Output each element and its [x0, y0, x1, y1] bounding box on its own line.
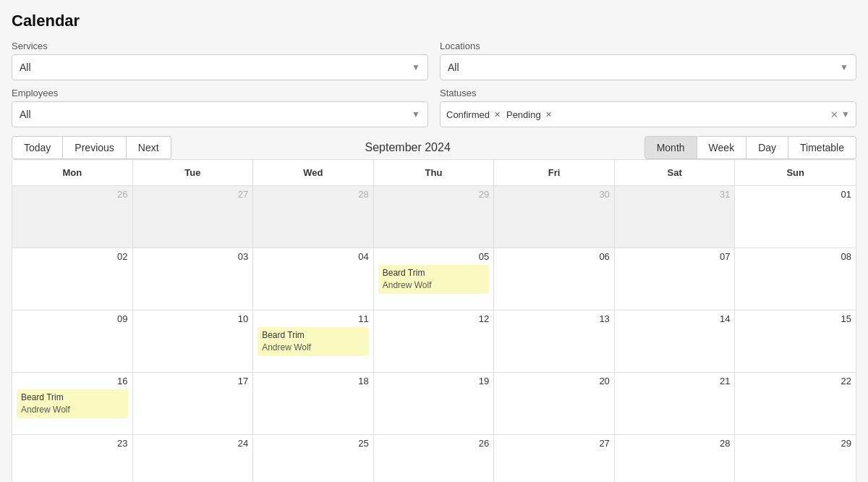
- day-4-4[interactable]: 27: [494, 435, 615, 482]
- day-2-4[interactable]: 13: [494, 310, 615, 372]
- statuses-select[interactable]: Confirmed ✕ Pending ✕ ✕ ▼: [440, 101, 856, 127]
- locations-label: Locations: [440, 41, 856, 51]
- day-0-1[interactable]: 27: [133, 186, 254, 248]
- event-title: Beard Trim: [383, 267, 485, 279]
- day-0-6[interactable]: 01: [735, 186, 856, 248]
- day-4-5[interactable]: 28: [615, 435, 736, 482]
- day-number: 09: [17, 313, 128, 324]
- day-0-3[interactable]: 29: [374, 186, 495, 248]
- view-day-button[interactable]: Day: [746, 136, 788, 159]
- header-sun: Sun: [735, 160, 856, 186]
- filter-row-2: Employees All ▼ Statuses Confirmed ✕ Pen…: [12, 88, 856, 127]
- day-number: 26: [17, 189, 128, 200]
- day-1-3[interactable]: 05Beard TrimAndrew Wolf: [374, 248, 495, 310]
- day-number: 31: [619, 189, 731, 200]
- calendar-weeks: 2627282930310102030405Beard TrimAndrew W…: [12, 186, 856, 482]
- calendar-event[interactable]: Beard TrimAndrew Wolf: [258, 327, 369, 356]
- day-1-1[interactable]: 03: [133, 248, 254, 310]
- day-number: 12: [378, 313, 490, 324]
- day-2-5[interactable]: 14: [615, 310, 736, 372]
- day-4-0[interactable]: 23: [12, 435, 133, 482]
- day-3-6[interactable]: 22: [735, 373, 856, 434]
- locations-value: All: [448, 62, 459, 73]
- day-4-1[interactable]: 24: [133, 435, 254, 482]
- day-number: 11: [258, 313, 369, 324]
- day-number: 15: [739, 313, 851, 324]
- day-1-2[interactable]: 04: [253, 248, 374, 310]
- day-1-5[interactable]: 07: [615, 248, 736, 310]
- event-title: Beard Trim: [262, 329, 365, 342]
- day-3-4[interactable]: 20: [494, 373, 615, 434]
- event-title: Beard Trim: [21, 392, 124, 404]
- next-button[interactable]: Next: [127, 136, 171, 159]
- day-2-2[interactable]: 11Beard TrimAndrew Wolf: [253, 310, 374, 372]
- day-number: 25: [258, 438, 369, 449]
- services-value: All: [20, 62, 31, 73]
- employees-label: Employees: [12, 88, 428, 98]
- toolbar-left: Today Previous Next: [12, 136, 171, 159]
- calendar-event[interactable]: Beard TrimAndrew Wolf: [17, 389, 128, 418]
- day-number: 23: [17, 438, 128, 449]
- day-0-2[interactable]: 28: [253, 186, 374, 248]
- day-number: 14: [619, 313, 731, 324]
- day-number: 13: [498, 313, 610, 324]
- day-0-4[interactable]: 30: [494, 186, 615, 248]
- statuses-clear-icon[interactable]: ✕: [830, 109, 838, 120]
- status-pending-label: Pending: [506, 109, 541, 120]
- statuses-label: Statuses: [440, 88, 856, 98]
- locations-select[interactable]: All ▼: [440, 54, 856, 80]
- day-3-2[interactable]: 18: [253, 373, 374, 434]
- day-1-0[interactable]: 02: [12, 248, 133, 310]
- day-number: 21: [619, 376, 731, 386]
- day-4-2[interactable]: 25: [253, 435, 374, 482]
- day-3-0[interactable]: 16Beard TrimAndrew Wolf: [12, 373, 133, 434]
- day-1-4[interactable]: 06: [494, 248, 615, 310]
- day-number: 10: [137, 313, 249, 324]
- week-4: 23242526272829: [12, 435, 856, 482]
- day-2-1[interactable]: 10: [133, 310, 254, 372]
- calendar-event[interactable]: Beard TrimAndrew Wolf: [378, 265, 490, 294]
- day-3-5[interactable]: 21: [615, 373, 736, 434]
- day-number: 08: [739, 251, 851, 262]
- services-select[interactable]: All ▼: [12, 54, 428, 80]
- today-button[interactable]: Today: [12, 136, 63, 159]
- week-3: 16Beard TrimAndrew Wolf171819202122: [12, 373, 856, 435]
- view-month-button[interactable]: Month: [644, 136, 697, 159]
- day-4-6[interactable]: 29: [735, 435, 856, 482]
- day-4-3[interactable]: 26: [374, 435, 495, 482]
- previous-button[interactable]: Previous: [63, 136, 126, 159]
- header-tue: Tue: [133, 160, 254, 186]
- day-number: 01: [739, 189, 851, 200]
- status-pending-remove[interactable]: ✕: [544, 109, 553, 120]
- day-number: 29: [378, 189, 490, 200]
- day-number: 27: [137, 189, 249, 200]
- app-container: Calendar Services All ▼ Locations All ▼: [0, 0, 868, 482]
- day-2-0[interactable]: 09: [12, 310, 133, 372]
- toolbar-right: Month Week Day Timetable: [644, 136, 856, 159]
- event-person: Andrew Wolf: [262, 342, 365, 354]
- header-mon: Mon: [12, 160, 133, 186]
- status-confirmed-label: Confirmed: [446, 109, 490, 120]
- day-0-0[interactable]: 26: [12, 186, 133, 248]
- status-confirmed-remove[interactable]: ✕: [493, 109, 502, 120]
- day-3-1[interactable]: 17: [133, 373, 254, 434]
- view-week-button[interactable]: Week: [697, 136, 747, 159]
- status-tag-pending: Pending ✕: [506, 109, 553, 120]
- view-timetable-button[interactable]: Timetable: [788, 136, 856, 159]
- day-number: 27: [498, 438, 610, 449]
- employees-select[interactable]: All ▼: [12, 101, 428, 127]
- day-1-6[interactable]: 08: [735, 248, 856, 310]
- calendar-title: September 2024: [171, 141, 644, 154]
- day-number: 04: [258, 251, 369, 262]
- day-number: 20: [498, 376, 610, 386]
- day-0-5[interactable]: 31: [615, 186, 736, 248]
- statuses-group: Statuses Confirmed ✕ Pending ✕ ✕ ▼: [440, 88, 856, 127]
- locations-group: Locations All ▼: [440, 41, 856, 80]
- day-2-6[interactable]: 15: [735, 310, 856, 372]
- calendar-toolbar: Today Previous Next September 2024 Month…: [12, 136, 856, 159]
- day-number: 06: [498, 251, 610, 262]
- filter-row-1: Services All ▼ Locations All ▼: [12, 41, 856, 80]
- day-3-3[interactable]: 19: [374, 373, 495, 434]
- day-2-3[interactable]: 12: [374, 310, 495, 372]
- day-number: 19: [378, 376, 490, 386]
